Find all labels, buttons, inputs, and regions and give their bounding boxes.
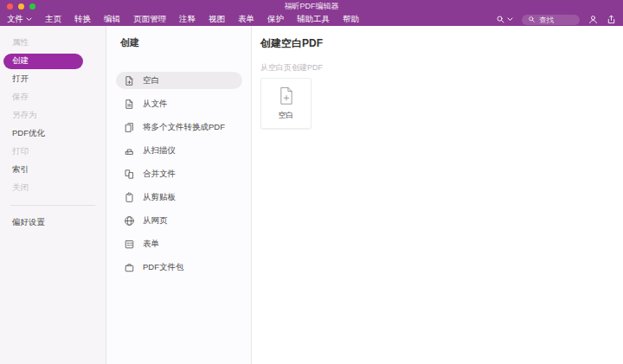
page-title: 创建空白PDF — [260, 36, 623, 51]
panel-item-label: 空白 — [143, 75, 159, 86]
panel-item-label: 合并文件 — [143, 169, 176, 180]
panel-item-combine-files[interactable]: 合并文件 — [116, 165, 242, 182]
create-options-list: 空白 从文件 将多个文件转换成PDF 从扫描仪 合并文件 — [106, 72, 251, 276]
menu-view[interactable]: 视图 — [209, 14, 225, 25]
combine-files-icon — [124, 169, 135, 180]
panel-item-label: 从文件 — [143, 99, 168, 110]
app-window: 福昕PDF编辑器 文件 主页 转换 编辑 页面管理 注释 视图 表单 保护 辅助… — [0, 0, 623, 364]
sidebar-item-create[interactable]: 创建 — [3, 54, 83, 69]
menu-file[interactable]: 文件 — [7, 14, 32, 25]
menu-file-label: 文件 — [7, 14, 23, 25]
menu-home[interactable]: 主页 — [45, 14, 61, 25]
file-sidebar: 属性 创建 打开 保存 另存为 PDF优化 打印 索引 关闭 偏好设置 — [0, 26, 106, 364]
quick-search-box[interactable] — [522, 15, 580, 25]
menubar-right — [496, 15, 616, 25]
panel-item-multiple-files-to-pdf[interactable]: 将多个文件转换成PDF — [116, 118, 242, 136]
multiple-files-icon — [124, 122, 135, 133]
sidebar-divider — [10, 205, 95, 206]
scanner-icon — [124, 145, 135, 156]
backstage-view: 属性 创建 打开 保存 另存为 PDF优化 打印 索引 关闭 偏好设置 创建 空… — [0, 26, 623, 364]
panel-item-from-scanner[interactable]: 从扫描仪 — [116, 142, 242, 159]
sidebar-item-pdf-optimize[interactable]: PDF优化 — [0, 125, 106, 143]
window-title: 福昕PDF编辑器 — [285, 0, 339, 13]
blank-pdf-card[interactable]: 空白 — [260, 78, 312, 129]
menu-form[interactable]: 表单 — [238, 14, 254, 25]
menu-comment[interactable]: 注释 — [179, 14, 196, 25]
zoom-window-button[interactable] — [29, 3, 35, 10]
sidebar-item-save: 保存 — [0, 88, 106, 106]
chevron-down-icon — [26, 17, 32, 22]
sidebar-item-index[interactable]: 索引 — [0, 161, 106, 179]
create-panel: 创建 空白 从文件 将多个文件转换成PDF 从扫描仪 — [106, 26, 252, 364]
menubar: 文件 主页 转换 编辑 页面管理 注释 视图 表单 保护 辅助工具 帮助 — [0, 13, 623, 26]
menu-edit[interactable]: 编辑 — [104, 14, 120, 25]
panel-item-from-clipboard[interactable]: 从剪贴板 — [116, 188, 242, 206]
panel-item-blank[interactable]: 空白 — [116, 72, 242, 89]
panel-title: 创建 — [106, 36, 251, 49]
account-icon[interactable] — [588, 15, 598, 24]
find-options-button[interactable] — [496, 15, 513, 24]
panel-item-label: 从网页 — [143, 215, 168, 227]
panel-item-from-web-page[interactable]: 从网页 — [116, 212, 242, 229]
globe-icon — [124, 215, 135, 227]
menu-page-management[interactable]: 页面管理 — [133, 14, 166, 25]
sidebar-item-print: 打印 — [0, 143, 106, 161]
share-icon[interactable] — [607, 15, 616, 24]
panel-item-pdf-portfolio[interactable]: PDF文件包 — [116, 259, 242, 276]
find-icon — [496, 15, 505, 24]
clipboard-icon — [124, 192, 135, 203]
sidebar-item-save-as: 另存为 — [0, 106, 106, 125]
menu-protect[interactable]: 保护 — [267, 14, 284, 25]
chevron-down-icon — [507, 17, 513, 22]
sidebar-item-open[interactable]: 打开 — [0, 70, 106, 88]
page-subtitle: 从空白页创建PDF — [260, 62, 623, 73]
blank-page-plus-icon — [124, 75, 135, 86]
search-icon — [528, 16, 536, 23]
panel-item-form[interactable]: 表单 — [116, 235, 242, 252]
file-icon — [124, 99, 135, 110]
traffic-lights — [7, 0, 35, 13]
search-input[interactable] — [539, 16, 574, 24]
menu-help[interactable]: 帮助 — [343, 14, 359, 25]
portfolio-icon — [124, 262, 135, 273]
panel-item-label: 将多个文件转换成PDF — [143, 122, 225, 133]
card-label: 空白 — [279, 110, 294, 121]
close-window-button[interactable] — [7, 3, 13, 10]
sidebar-item-close: 关闭 — [0, 179, 106, 197]
menu-accessibility-tools[interactable]: 辅助工具 — [297, 14, 330, 25]
panel-item-label: 从剪贴板 — [143, 192, 176, 203]
sidebar-item-properties: 属性 — [0, 34, 106, 52]
titlebar: 福昕PDF编辑器 — [0, 0, 623, 13]
content-area: 创建空白PDF 从空白页创建PDF 空白 — [252, 26, 623, 364]
panel-item-label: PDF文件包 — [143, 262, 184, 273]
panel-item-label: 表单 — [143, 239, 159, 250]
menu-convert[interactable]: 转换 — [74, 14, 91, 25]
form-icon — [124, 239, 135, 250]
minimize-window-button[interactable] — [18, 3, 24, 10]
panel-item-from-file[interactable]: 从文件 — [116, 95, 242, 112]
sidebar-item-preferences[interactable]: 偏好设置 — [0, 214, 106, 232]
document-plus-icon — [278, 86, 295, 106]
menu-items: 文件 主页 转换 编辑 页面管理 注释 视图 表单 保护 辅助工具 帮助 — [7, 14, 359, 25]
panel-item-label: 从扫描仪 — [143, 145, 176, 156]
